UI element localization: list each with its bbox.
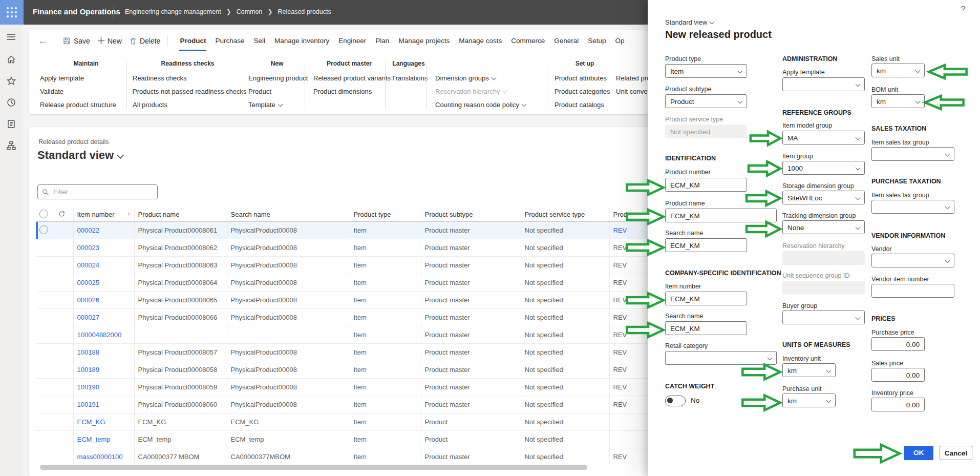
row-selector-cell[interactable] bbox=[36, 257, 54, 274]
select-all-cell[interactable] bbox=[36, 208, 54, 222]
breadcrumb-area[interactable]: Common bbox=[237, 8, 263, 15]
action-pane-tab[interactable]: Purchase bbox=[210, 30, 249, 51]
row-selector-cell[interactable] bbox=[36, 274, 54, 292]
hierarchy-icon[interactable] bbox=[6, 140, 16, 151]
ribbon-item-apply-template[interactable]: Apply template bbox=[40, 72, 132, 85]
new-button[interactable]: New bbox=[97, 37, 122, 45]
item-number-link[interactable]: 000025 bbox=[73, 274, 134, 292]
dialog-view-selector[interactable]: Standard view bbox=[665, 18, 714, 26]
purchase-unit-combo[interactable]: km bbox=[782, 394, 836, 407]
row-selector-cell[interactable] bbox=[36, 326, 54, 344]
view-selector[interactable]: Standard view bbox=[37, 149, 123, 162]
help-icon[interactable]: ? bbox=[961, 4, 965, 13]
table-row[interactable]: 000023 Physical Product00008062 Physical… bbox=[36, 239, 648, 257]
sales-unit-combo[interactable]: km bbox=[871, 64, 925, 77]
item-number-link[interactable]: 100189 bbox=[73, 361, 134, 379]
ribbon-item-product-dimensions[interactable]: Product dimensions bbox=[313, 85, 385, 98]
action-pane-tab[interactable]: Sell bbox=[249, 30, 270, 51]
storage-dimension-group-combo[interactable]: SiteWHLoc bbox=[782, 191, 865, 204]
back-arrow-icon[interactable]: ← bbox=[38, 36, 48, 46]
item-model-group-combo[interactable]: MA bbox=[782, 131, 865, 144]
item-number-link[interactable]: ECM_temp bbox=[73, 431, 134, 448]
row-selector-cell[interactable] bbox=[36, 292, 54, 309]
delete-button[interactable]: Delete bbox=[129, 37, 160, 45]
ribbon-item-translations[interactable]: Translations bbox=[392, 72, 425, 85]
row-radio[interactable] bbox=[39, 225, 48, 234]
row-selector-cell[interactable] bbox=[36, 379, 54, 396]
horizontal-scrollbar[interactable] bbox=[40, 465, 587, 470]
row-selector-cell[interactable] bbox=[36, 448, 54, 464]
purchase-item-sales-tax-group-combo[interactable] bbox=[871, 200, 954, 214]
row-selector-cell[interactable] bbox=[36, 396, 54, 413]
column-header-product-service-type[interactable]: Product service type bbox=[521, 208, 609, 222]
item-number-link[interactable]: 000024 bbox=[73, 257, 134, 274]
row-selector-cell[interactable] bbox=[36, 344, 54, 361]
column-header-product-subtype[interactable]: Product subtype bbox=[421, 208, 521, 222]
item-number-link[interactable]: 000026 bbox=[73, 292, 134, 309]
table-row[interactable]: 000026 Physical Product00008065 Physical… bbox=[36, 292, 648, 309]
row-selector-cell[interactable] bbox=[36, 361, 54, 379]
ribbon-item-released-product-variants[interactable]: Released product variants bbox=[313, 72, 385, 85]
column-header-item-number[interactable]: Item number↑ bbox=[73, 208, 134, 222]
ribbon-item-product-catalogs[interactable]: Product catalogs bbox=[555, 98, 615, 112]
action-pane-tab[interactable]: Setup bbox=[583, 30, 610, 51]
filter-box[interactable] bbox=[37, 184, 158, 199]
ribbon-item-products-not-passed[interactable]: Products not passed readiness checks bbox=[133, 85, 243, 98]
product-type-combo[interactable]: Item bbox=[665, 64, 747, 78]
worklist-icon[interactable] bbox=[6, 119, 16, 129]
action-pane-tab[interactable]: Manage costs bbox=[454, 30, 506, 51]
table-row[interactable]: 000022 Physical Product00008061 Physical… bbox=[36, 222, 648, 239]
item-number-link[interactable]: ECM_KG bbox=[73, 413, 134, 431]
inventory-unit-combo[interactable]: km bbox=[782, 363, 836, 377]
item-sales-tax-group-combo[interactable] bbox=[871, 147, 954, 161]
filter-input[interactable] bbox=[52, 188, 136, 196]
row-selector-cell[interactable] bbox=[36, 431, 54, 448]
action-pane-tab[interactable]: Manage projects bbox=[394, 30, 454, 51]
catch-weight-toggle[interactable] bbox=[665, 396, 686, 406]
column-header-product-type[interactable]: Product type bbox=[350, 208, 421, 222]
home-icon[interactable] bbox=[6, 54, 16, 65]
company-search-name-input[interactable]: ECM_KM bbox=[665, 321, 747, 335]
action-pane-tab[interactable]: Plan bbox=[371, 30, 394, 51]
vendor-item-number-input[interactable] bbox=[871, 284, 954, 298]
product-number-input[interactable]: ECM_KM bbox=[665, 178, 747, 192]
ribbon-item-product-attributes[interactable]: Product attributes bbox=[555, 72, 615, 85]
breadcrumb-page[interactable]: Released products bbox=[278, 8, 331, 15]
refresh-cell[interactable] bbox=[54, 208, 73, 222]
inventory-price-input[interactable]: 0.00 bbox=[871, 398, 925, 411]
table-row[interactable]: mass00000100 CA00000377 MBOM CA00000377M… bbox=[36, 448, 648, 464]
item-number-link[interactable]: mass00000100 bbox=[73, 448, 134, 464]
ribbon-item-release-product-structure[interactable]: Release product structure bbox=[40, 98, 132, 112]
item-number-link[interactable]: 000022 bbox=[73, 222, 134, 239]
action-pane-tab[interactable]: Commerce bbox=[506, 30, 549, 51]
action-pane-tab[interactable]: Product bbox=[175, 30, 210, 51]
row-selector-cell[interactable] bbox=[36, 239, 54, 257]
ribbon-item-product[interactable]: Product bbox=[248, 85, 306, 98]
action-pane-tab[interactable]: Op bbox=[611, 30, 629, 51]
ok-button[interactable]: OK bbox=[904, 446, 933, 460]
search-name-input[interactable]: ECM_KM bbox=[665, 238, 747, 252]
column-header-product-name[interactable]: Product name bbox=[134, 208, 227, 222]
table-row[interactable]: 100191 Physical Product00008060 Physical… bbox=[36, 396, 648, 413]
item-number-input[interactable]: ECM_KM bbox=[665, 292, 747, 305]
purchase-price-input[interactable]: 0.00 bbox=[871, 337, 925, 351]
table-row[interactable]: 100004882000 Item Product master Not spe… bbox=[36, 326, 648, 344]
table-row[interactable]: 000027 Physical Product00008066 Physical… bbox=[36, 309, 648, 326]
row-selector-cell[interactable] bbox=[36, 222, 54, 239]
table-row[interactable]: 000024 Physical Product00008063 Physical… bbox=[36, 257, 648, 274]
table-row[interactable]: ECM_temp ECM_temp ECM_temp Item Product … bbox=[36, 431, 648, 448]
ribbon-item-validate[interactable]: Validate bbox=[40, 85, 132, 98]
table-row[interactable]: ECM_KG ECM_KG ECM_KG Item Product Not sp… bbox=[36, 413, 648, 431]
bom-unit-combo[interactable]: km bbox=[871, 94, 925, 108]
favorites-star-icon[interactable] bbox=[6, 76, 16, 86]
item-number-link[interactable]: 000023 bbox=[73, 239, 134, 257]
item-group-combo[interactable]: 1000 bbox=[782, 161, 865, 175]
sales-price-input[interactable]: 0.00 bbox=[871, 368, 925, 382]
recent-clock-icon[interactable] bbox=[6, 97, 16, 108]
buyer-group-combo[interactable] bbox=[782, 311, 865, 324]
action-pane-tab[interactable]: Manage inventory bbox=[270, 30, 334, 51]
item-number-link[interactable]: 000027 bbox=[73, 309, 134, 326]
apply-template-combo[interactable] bbox=[782, 77, 865, 91]
ribbon-item-readiness-checks[interactable]: Readiness checks bbox=[133, 72, 243, 85]
action-pane-tab[interactable]: General bbox=[549, 30, 583, 51]
